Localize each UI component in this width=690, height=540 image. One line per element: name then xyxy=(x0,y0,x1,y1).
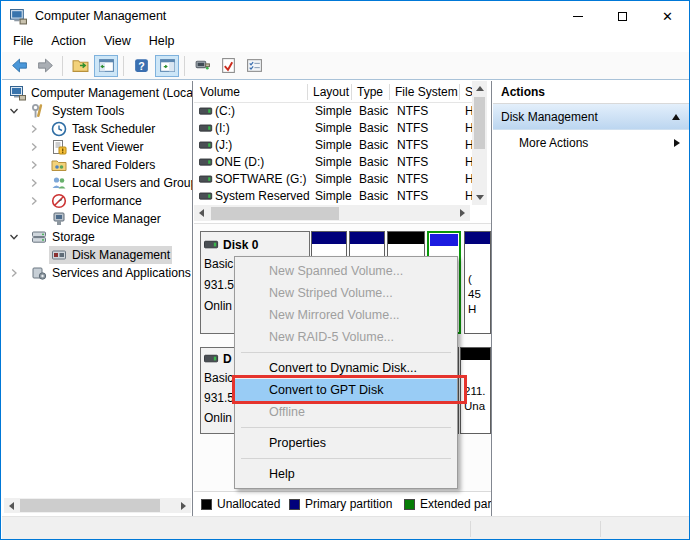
system-tools-icon xyxy=(31,103,47,119)
scrollbar-track[interactable] xyxy=(19,498,176,513)
collapse-icon[interactable] xyxy=(672,114,680,120)
volume-name: System Reserved xyxy=(215,189,310,203)
volume-list-header[interactable]: VolumeLayoutTypeFile SystemS xyxy=(194,81,472,103)
column-header-type[interactable]: Type xyxy=(357,85,383,99)
export-list-button[interactable] xyxy=(68,55,92,77)
volume-list-vertical-scrollbar[interactable] xyxy=(472,81,487,205)
toolbar-separator xyxy=(123,56,124,76)
chevron-right-icon[interactable] xyxy=(9,268,29,278)
scrollbar-track[interactable] xyxy=(209,206,455,221)
scrollbar-thumb[interactable] xyxy=(474,97,485,149)
volume-row-system-reserved[interactable]: System ReservedSimpleBasicNTFSH xyxy=(194,188,472,205)
scroll-left-icon[interactable] xyxy=(4,498,19,513)
chevron-down-icon[interactable] xyxy=(9,106,29,116)
chevron-right-icon[interactable] xyxy=(29,160,49,170)
scroll-right-icon[interactable] xyxy=(176,498,191,513)
menu-item-new-spanned-volume: New Spanned Volume... xyxy=(235,260,457,282)
disk1-partition[interactable]: 211.Una xyxy=(460,347,491,434)
volume-icon xyxy=(199,124,213,133)
scroll-down-icon[interactable] xyxy=(472,190,487,205)
remote-computer-icon xyxy=(194,57,211,74)
disk-management-icon xyxy=(51,247,67,263)
sidebar-item-disk-management[interactable]: Disk Management xyxy=(2,246,192,264)
disk0-label-row: Disk 0 xyxy=(204,236,306,254)
sidebar-item-local-users-and-groups[interactable]: Local Users and Groups xyxy=(2,174,192,192)
volume-row-software-g[interactable]: SOFTWARE (G:)SimpleBasicNTFSH xyxy=(194,171,472,188)
remote-computer-button[interactable] xyxy=(190,55,214,77)
sidebar-item-performance[interactable]: Performance xyxy=(2,192,192,210)
scrollbar-thumb[interactable] xyxy=(20,499,160,512)
chevron-right-icon[interactable] xyxy=(29,196,49,206)
sidebar-item-event-viewer[interactable]: Event Viewer xyxy=(2,138,192,156)
scroll-up-icon[interactable] xyxy=(472,81,487,96)
legend-label: Extended partiti xyxy=(420,497,492,511)
show-action-pane-button[interactable] xyxy=(155,55,179,77)
tree-horizontal-scrollbar[interactable] xyxy=(4,498,191,513)
properties-list-button[interactable] xyxy=(242,55,266,77)
sidebar-item-device-manager[interactable]: Device Manager xyxy=(2,210,192,228)
show-console-tree-button[interactable] xyxy=(94,55,118,77)
sidebar-item-system-tools[interactable]: System Tools xyxy=(2,102,192,120)
sidebar-item-storage[interactable]: Storage xyxy=(2,228,192,246)
type-cell: Basic xyxy=(359,189,388,203)
back-button[interactable] xyxy=(7,55,31,77)
volume-row-i[interactable]: (I:)SimpleBasicNTFSH xyxy=(194,120,472,137)
volume-row-c[interactable]: (C:)SimpleBasicNTFSH xyxy=(194,103,472,120)
volume-list-horizontal-scrollbar[interactable] xyxy=(194,205,470,221)
maximize-button[interactable] xyxy=(600,1,645,31)
statusbar-divider xyxy=(470,521,471,537)
column-separator xyxy=(459,84,460,100)
menu-file[interactable]: File xyxy=(4,31,42,52)
partition-color-bar xyxy=(350,232,384,244)
chevron-right-icon[interactable] xyxy=(29,124,49,134)
disk-context-menu: New Spanned Volume...New Striped Volume.… xyxy=(234,256,458,489)
sidebar-item-services-and-applications[interactable]: Services and Applications xyxy=(2,264,192,282)
scroll-left-icon[interactable] xyxy=(194,206,209,221)
column-header-layout[interactable]: Layout xyxy=(313,85,349,99)
submenu-arrow-icon xyxy=(674,139,680,147)
local-users-icon xyxy=(51,175,67,191)
close-button[interactable]: ✕ xyxy=(645,1,690,31)
help-button[interactable]: ? xyxy=(129,55,153,77)
partition-color-bar xyxy=(388,232,424,244)
forward-button[interactable] xyxy=(33,55,57,77)
menu-item-properties[interactable]: Properties xyxy=(235,432,457,454)
disk0-partition-4[interactable]: (45H xyxy=(464,231,491,334)
volume-row-j[interactable]: (J:)SimpleBasicNTFSH xyxy=(194,137,472,154)
tree-item-content: Disk Management xyxy=(49,246,172,264)
scroll-right-icon[interactable] xyxy=(455,206,470,221)
minimize-button[interactable] xyxy=(555,1,600,31)
maximize-icon xyxy=(618,12,627,21)
sidebar-item-shared-folders[interactable]: Shared Folders xyxy=(2,156,192,174)
column-header-volume[interactable]: Volume xyxy=(200,85,240,99)
chevron-down-icon[interactable] xyxy=(9,232,29,242)
forward-icon xyxy=(37,57,54,74)
verify-document-button[interactable] xyxy=(216,55,240,77)
actions-section-label: Disk Management xyxy=(501,110,598,124)
menu-view[interactable]: View xyxy=(95,31,140,52)
partition-color-bar xyxy=(461,348,490,360)
menu-action[interactable]: Action xyxy=(42,31,95,52)
chevron-right-icon[interactable] xyxy=(29,142,49,152)
menu-item-convert-to-dynamic-disk[interactable]: Convert to Dynamic Disk... xyxy=(235,357,457,379)
svg-text:?: ? xyxy=(138,60,144,72)
more-actions-label: More Actions xyxy=(519,136,588,150)
menu-item-offline: Offline xyxy=(235,401,457,423)
titlebar[interactable]: Computer Management ✕ xyxy=(2,1,690,31)
volume-name: (C:) xyxy=(215,104,235,118)
chevron-right-icon[interactable] xyxy=(29,178,49,188)
device-manager-icon xyxy=(51,211,67,227)
sidebar-item-computer-management-local[interactable]: Computer Management (Local xyxy=(2,84,192,102)
more-actions-item[interactable]: More Actions xyxy=(493,130,690,155)
column-header-file-system[interactable]: File System xyxy=(395,85,458,99)
sidebar-item-label: Services and Applications xyxy=(52,266,191,280)
volume-row-one-d[interactable]: ONE (D:)SimpleBasicNTFSH xyxy=(194,154,472,171)
sidebar-item-label: Device Manager xyxy=(72,212,161,226)
scrollbar-thumb[interactable] xyxy=(211,207,339,220)
menu-item-help[interactable]: Help xyxy=(235,463,457,485)
menu-item-convert-to-gpt-disk[interactable]: Convert to GPT Disk xyxy=(235,379,457,401)
menu-help[interactable]: Help xyxy=(140,31,184,52)
sidebar-item-task-scheduler[interactable]: Task Scheduler xyxy=(2,120,192,138)
actions-section-disk-management[interactable]: Disk Management xyxy=(493,104,690,130)
disk-drive-icon xyxy=(204,240,219,250)
